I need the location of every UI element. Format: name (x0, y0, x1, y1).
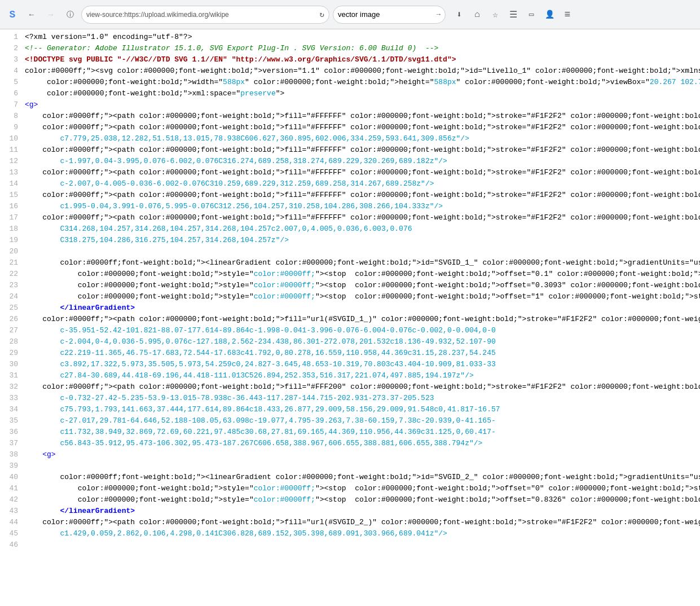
line-content: C318.275,104.286,316.275,104.257,314.268… (23, 235, 700, 246)
line-content: color:#0000ff;"><path color:#000000;font… (23, 167, 700, 178)
home-button[interactable]: ⌂ (469, 7, 485, 23)
line-number: 36 (0, 427, 23, 438)
line-number: 28 (0, 336, 23, 348)
code-line: 40 color:#0000ff;font-weight:bold;"><lin… (0, 472, 700, 483)
code-line: 37 c56.843-35.912,95.473-106.302,95.473-… (0, 438, 700, 449)
source-view: 1<?xml version="1.0" encoding="utf-8"?>2… (0, 29, 700, 553)
search-input[interactable] (338, 10, 434, 19)
line-number: 5 (0, 77, 23, 88)
line-number: 40 (0, 472, 23, 483)
line-number: 29 (0, 348, 23, 359)
line-number: 12 (0, 156, 23, 167)
line-number: 21 (0, 257, 23, 269)
reader-button[interactable]: ☰ (505, 7, 521, 23)
code-line: 8 color:#0000ff;"><path color:#000000;fo… (0, 111, 700, 122)
code-line: 7<g> (0, 99, 700, 111)
code-line: 1<?xml version="1.0" encoding="utf-8"?> (0, 32, 700, 43)
line-number: 16 (0, 201, 23, 212)
bookmark-button[interactable]: ☆ (487, 7, 503, 23)
line-number: 13 (0, 167, 23, 178)
line-number: 19 (0, 235, 23, 246)
line-content: color:#0000ff;"><svg color:#000000;font-… (23, 65, 700, 77)
line-content: c11.732,38.949,32.869,72.69,60.221,97.48… (23, 427, 700, 438)
info-icon[interactable]: ⓘ (62, 7, 78, 23)
line-content: c-2.007,0-4.005-0.036-6.002-0.076C310.25… (23, 178, 700, 190)
line-number: 9 (0, 122, 23, 133)
code-line: 14 c-2.007,0-4.005-0.036-6.002-0.076C310… (0, 178, 700, 190)
screen-button[interactable]: ▭ (523, 7, 539, 23)
back-button[interactable]: ← (24, 7, 39, 23)
code-line: 26 color:#0000ff;"><path color:#000000;f… (0, 314, 700, 325)
line-content: c1.429,0.059,2.862,0.106,4.298,0.141C306… (23, 528, 700, 539)
line-content: c3.892,17.322,5.973,35.505,5.973,54.259c… (23, 359, 700, 370)
code-line: 18 C314.268,104.257,314.268,104.257,314.… (0, 223, 700, 235)
code-line: 6 color:#000000;font-weight:bold;">xml:s… (0, 88, 700, 99)
line-content: color:#0000ff;"><path color:#000000;font… (23, 212, 700, 223)
forward-button[interactable]: → (43, 7, 59, 23)
line-number: 3 (0, 54, 23, 65)
line-content: <!-- Generator: Adobe Illustrator 15.1.0… (23, 43, 700, 54)
line-number: 11 (0, 144, 23, 156)
line-content (23, 460, 700, 472)
download-button[interactable]: ⬇ (451, 7, 467, 23)
line-content: c-35.951-52.42-101.821-88.07-177.614-89.… (23, 325, 700, 336)
line-number: 41 (0, 483, 23, 494)
line-number: 4 (0, 65, 23, 77)
code-line: 32 color:#0000ff;"><path color:#000000;f… (0, 381, 700, 393)
line-content: <?xml version="1.0" encoding="utf-8"?> (23, 32, 700, 43)
code-line: 25 </linearGradient> (0, 302, 700, 314)
line-content: c-27.017,29.781-64.646,52.188-108.05,63.… (23, 415, 700, 427)
line-content: C314.268,104.257,314.268,104.257,314.268… (23, 223, 700, 235)
code-line: 41 color:#000000;font-weight:bold;">styl… (0, 483, 700, 494)
code-line: 15 color:#0000ff;"><path color:#000000;f… (0, 190, 700, 201)
search-bar[interactable]: → (333, 6, 446, 24)
profile-button[interactable]: 👤 (541, 7, 557, 23)
search-arrow-icon[interactable]: → (437, 11, 441, 19)
code-line: 43 </linearGradient> (0, 506, 700, 517)
url-input[interactable] (86, 11, 318, 19)
line-content: c1.995-0.04,3.991-0.076,5.995-0.076C312.… (23, 201, 700, 212)
line-number: 46 (0, 539, 23, 551)
line-content: color:#000000;font-weight:bold;">style="… (23, 280, 700, 291)
menu-button[interactable]: ≡ (560, 7, 575, 23)
code-line: 9 color:#0000ff;"><path color:#000000;fo… (0, 122, 700, 133)
code-line: 28 c-2.004,0-4,0.036-5.995,0.076c-127.18… (0, 336, 700, 348)
line-content: c7.779,25.038,12.282,51.518,13.015,78.93… (23, 133, 700, 144)
line-number: 6 (0, 88, 23, 99)
url-bar[interactable]: ↻ (81, 6, 329, 24)
line-number: 8 (0, 111, 23, 122)
line-number: 39 (0, 460, 23, 472)
line-number: 30 (0, 359, 23, 370)
line-number: 37 (0, 438, 23, 449)
reload-button[interactable]: ↻ (320, 10, 324, 19)
line-content: <g> (23, 99, 700, 111)
line-content: color:#0000ff;"><path color:#000000;font… (23, 122, 700, 133)
code-line: 17 color:#0000ff;"><path color:#000000;f… (0, 212, 700, 223)
code-line: 34 c75.793,1.793,141.663,37.444,177.614,… (0, 404, 700, 415)
code-line: 2<!-- Generator: Adobe Illustrator 15.1.… (0, 43, 700, 54)
line-number: 7 (0, 99, 23, 111)
line-number: 10 (0, 133, 23, 144)
browser-logo: S (5, 7, 20, 23)
line-content: </linearGradient> (23, 302, 700, 314)
code-line: 11 color:#0000ff;"><path color:#000000;f… (0, 144, 700, 156)
line-content: <g> (23, 449, 700, 460)
line-number: 43 (0, 506, 23, 517)
line-number: 23 (0, 280, 23, 291)
line-number: 14 (0, 178, 23, 190)
code-line: 3<!DOCTYPE svg PUBLIC "-//W3C//DTD SVG 1… (0, 54, 700, 65)
line-content: c22.219-11.365,46.75-17.683,72.544-17.68… (23, 348, 700, 359)
code-line: 30 c3.892,17.322,5.973,35.505,5.973,54.2… (0, 359, 700, 370)
line-content: c75.793,1.793,141.663,37.444,177.614,89.… (23, 404, 700, 415)
code-line: 29 c22.219-11.365,46.75-17.683,72.544-17… (0, 348, 700, 359)
code-line: 45 c1.429,0.059,2.862,0.106,4.298,0.141C… (0, 528, 700, 539)
nav-icons: ⬇ ⌂ ☆ ☰ ▭ 👤 ≡ (451, 7, 575, 23)
line-content: color:#0000ff;font-weight:bold;"><linear… (23, 257, 700, 269)
line-content: <!DOCTYPE svg PUBLIC "-//W3C//DTD SVG 1.… (23, 54, 700, 65)
line-content: color:#000000;font-weight:bold;">xml:spa… (23, 88, 700, 99)
code-line: 22 color:#000000;font-weight:bold;">styl… (0, 269, 700, 280)
line-number: 2 (0, 43, 23, 54)
code-line: 12 c-1.997,0.04-3.995,0.076-6.002,0.076C… (0, 156, 700, 167)
line-content: c56.843-35.912,95.473-106.302,95.473-187… (23, 438, 700, 449)
line-content: </linearGradient> (23, 506, 700, 517)
